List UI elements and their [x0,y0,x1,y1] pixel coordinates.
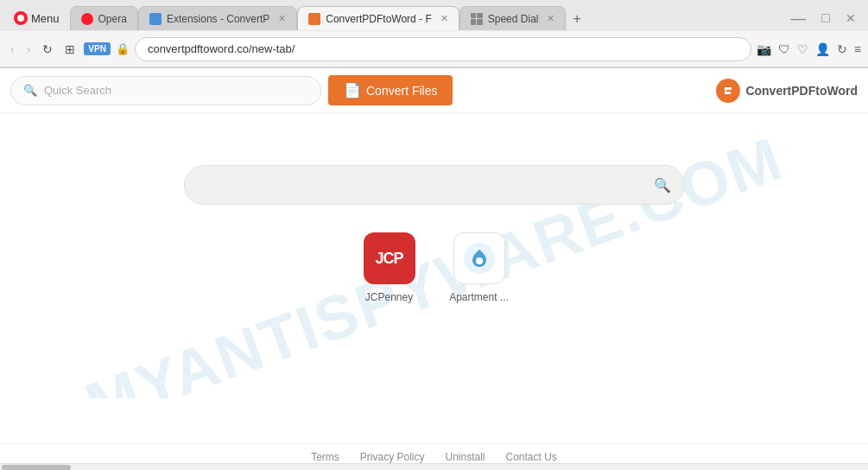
tab-close-button[interactable]: ✕ [547,13,554,24]
window-controls: — □ ✕ [785,8,861,29]
contact-us-link[interactable]: Contact Us [506,451,557,463]
jcpenney-icon: JCP [364,232,415,284]
page-toolbar: 🔍 Quick Search 📄 Convert Files ConvertPD… [0,68,868,113]
browser-menu-area: Menu [7,8,67,29]
new-tab-button[interactable]: + [566,8,587,30]
menu-label: Menu [31,12,60,25]
browser-menu-icon[interactable]: ≡ [854,42,861,56]
camera-icon[interactable]: 📷 [757,42,771,56]
close-window-icon[interactable]: ✕ [840,10,861,27]
center-search-input[interactable] [184,165,685,205]
svg-point-2 [476,257,483,264]
tab-label: Extensions - ConvertP [167,13,269,25]
tab-opera[interactable]: Opera [70,6,138,30]
heart-icon[interactable]: ♡ [797,42,808,56]
jcpenney-label: JCPenney [365,291,413,303]
apartment-icon [453,232,505,284]
title-bar: Menu Opera Extensions - ConvertP ✕ Conve… [0,0,868,31]
lock-icon: 🔒 [116,42,130,55]
tab-label: Speed Dial [488,13,539,25]
shortcut-apartment[interactable]: Apartment ... [445,232,514,303]
convert-files-button[interactable]: 📄 Convert Files [328,75,453,105]
back-button[interactable]: ‹ [7,39,18,60]
profile-icon[interactable]: 👤 [815,42,830,56]
shortcuts-grid: JCP JCPenney Apartment ... [355,232,514,303]
tab-label: Opera [98,13,127,25]
center-search-container: 🔍 [184,165,685,205]
refresh-button[interactable]: ↻ [39,39,56,60]
shortcut-jcpenney[interactable]: JCP JCPenney [355,232,424,303]
quick-search-container[interactable]: 🔍 Quick Search [10,76,321,105]
terms-link[interactable]: Terms [311,451,339,463]
extensions-favicon-icon [149,13,162,25]
privacy-policy-link[interactable]: Privacy Policy [360,451,425,463]
tabs-container: Opera Extensions - ConvertP ✕ ConvertPDF… [70,6,782,30]
restore-window-icon[interactable]: □ [816,9,835,28]
opera-favicon-icon [81,13,93,25]
address-bar: ‹ › ↻ ⊞ VPN 🔒 📷 🛡 ♡ 👤 ↻ ≡ [0,31,868,67]
address-bar-actions: 📷 🛡 ♡ 👤 ↻ ≡ [757,42,861,56]
logo-text: ConvertPDFtoWord [745,84,858,98]
center-search-icon[interactable]: 🔍 [654,177,671,194]
tab-extensions[interactable]: Extensions - ConvertP ✕ [138,6,297,30]
opera-logo-icon [14,11,28,25]
minimize-window-icon[interactable]: — [785,8,811,29]
url-input[interactable] [135,37,751,61]
forward-button[interactable]: › [23,39,35,60]
uninstall-link[interactable]: Uninstall [445,451,485,463]
scrollbar-thumb[interactable] [2,465,71,470]
convert-files-icon: 📄 [344,82,361,98]
tab-close-button[interactable]: ✕ [440,13,448,24]
quick-search-placeholder: Quick Search [44,84,111,97]
toolbar-logo: ConvertPDFtoWord [716,79,858,103]
convert-favicon-icon [308,13,320,25]
tab-speed-dial[interactable]: Speed Dial ✕ [459,6,567,30]
vpn-badge[interactable]: VPN [84,42,111,55]
svg-point-0 [719,82,737,99]
shield-icon[interactable]: 🛡 [778,42,790,56]
tab-label: ConvertPDFtoWord - F [326,13,431,25]
logo-icon [716,79,740,103]
apartment-svg [464,243,495,274]
tab-convert[interactable]: ConvertPDFtoWord - F ✕ [297,6,459,30]
apartment-label: Apartment ... [449,291,509,303]
sync-icon[interactable]: ↻ [837,42,847,56]
tabs-overview-button[interactable]: ⊞ [61,39,79,60]
convert-files-label: Convert Files [366,84,437,98]
opera-menu-button[interactable]: Menu [7,8,67,29]
speed-dial-favicon-icon [471,13,483,25]
quick-search-icon: 🔍 [23,84,37,97]
tab-close-button[interactable]: ✕ [278,13,286,24]
scrollbar[interactable] [0,463,868,470]
